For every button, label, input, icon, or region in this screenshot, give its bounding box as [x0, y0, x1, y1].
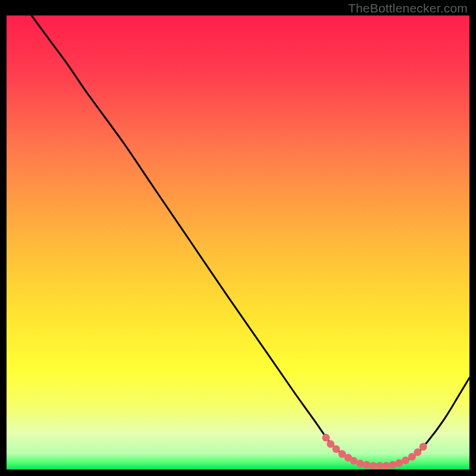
bottleneck-chart: [7, 15, 469, 469]
highlight-dot: [363, 461, 371, 469]
watermark-text: TheBottlenecker.com: [348, 1, 468, 15]
gradient-background: [7, 15, 469, 469]
highlight-dot: [332, 445, 340, 453]
highlight-dot: [389, 461, 396, 469]
highlight-dot: [322, 434, 330, 441]
highlight-dot: [402, 456, 409, 464]
highlight-dot: [419, 443, 427, 450]
highlight-dot: [414, 449, 421, 456]
highlight-dot: [356, 460, 364, 468]
